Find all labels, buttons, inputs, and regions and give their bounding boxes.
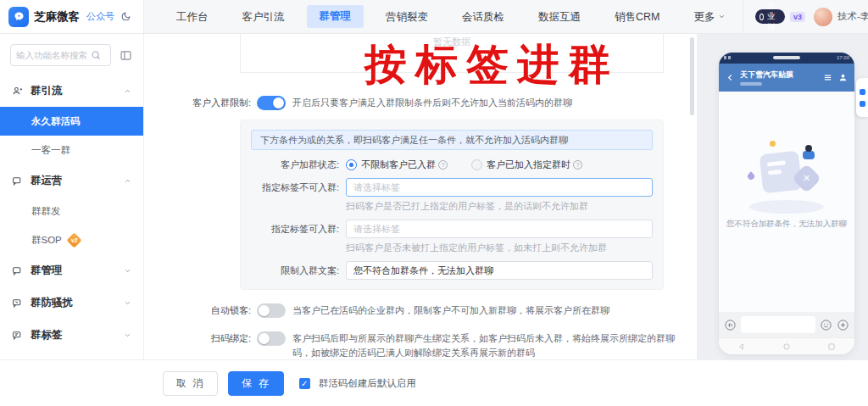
sidebar-search-row xyxy=(10,44,135,66)
plan-badge: 企业版 xyxy=(755,9,785,24)
empty-data-box: 暂无数据 xyxy=(240,34,664,73)
chevron-down-icon xyxy=(124,267,131,275)
user-plus-icon xyxy=(12,86,23,97)
main-content: 暂无数据 按标签进群 客户入群限制: 开启后只要客户满足入群限制条件后则不允许加… xyxy=(144,34,697,359)
sidebar-item-permanent-group-code[interactable]: 永久群活码 xyxy=(0,107,143,136)
scan-bind-toggle[interactable] xyxy=(257,331,286,346)
hamburger-menu-icon xyxy=(823,73,832,82)
radio-no-limit[interactable] xyxy=(346,159,357,170)
search-input[interactable] xyxy=(16,50,91,60)
sidebar-group-tags[interactable]: 群标签 xyxy=(0,319,143,351)
scrollbar-thumb[interactable] xyxy=(690,37,694,115)
theme-moon-icon[interactable] xyxy=(120,11,131,22)
radio-label: 客户已加入指定群时 xyxy=(487,159,570,171)
app-window: 芝麻微客 公众号 工作台 客户引流 群管理 营销裂变 会话质检 数据互通 销售C… xyxy=(0,0,868,406)
android-back-icon xyxy=(737,342,746,351)
helper-icon xyxy=(860,89,865,95)
topbar-user-area: 企业版 v3 技术-李... xyxy=(743,0,868,33)
search-box[interactable] xyxy=(10,44,111,66)
tag-allow-select-input[interactable] xyxy=(346,220,653,238)
field-label: 限制入群文案: xyxy=(251,264,339,277)
auto-lock-toggle[interactable] xyxy=(257,303,286,318)
limit-copy-row: 限制入群文案: xyxy=(251,261,653,280)
back-arrow-icon xyxy=(726,73,735,82)
helper-icon xyxy=(860,101,865,107)
group-title: 群管理 xyxy=(31,264,63,278)
sidebar-item-group-broadcast[interactable]: 群群发 xyxy=(0,197,143,225)
phone-status-bar: 17:00 xyxy=(719,53,854,64)
tag-block-select-input[interactable] xyxy=(346,178,653,197)
topbar: 芝麻微客 公众号 工作台 客户引流 群管理 营销裂变 会话质检 数据互通 销售C… xyxy=(0,0,868,34)
limit-copy-input[interactable] xyxy=(346,261,653,280)
sidebar-group-operation[interactable]: 群运营 xyxy=(0,164,143,197)
person-icon xyxy=(838,73,848,82)
question-circle-icon[interactable] xyxy=(573,160,582,170)
nav-sales-crm[interactable]: 销售CRM xyxy=(598,0,676,34)
nav-customer-acquisition[interactable]: 客户引流 xyxy=(225,0,302,34)
question-circle-icon[interactable] xyxy=(438,160,448,170)
customer-join-limit-row: 客户入群限制: 开启后只要客户满足入群限制条件后则不允许加入当前活码内的群聊 xyxy=(144,96,697,110)
android-home-icon xyxy=(782,342,791,351)
group-title: 群防骚扰 xyxy=(31,296,73,310)
nav-workbench[interactable]: 工作台 xyxy=(159,0,225,34)
nav-group-management[interactable]: 群管理 xyxy=(307,5,364,28)
nav-more[interactable]: 更多 xyxy=(676,0,743,34)
sidebar-item-one-customer-one-group[interactable]: 一客一群 xyxy=(0,136,143,164)
sidebar-group-anti-harassment[interactable]: 群防骚扰 xyxy=(0,286,143,319)
sidebar-collapse-icon[interactable] xyxy=(116,46,135,64)
status-time: 17:00 xyxy=(837,55,849,60)
official-account-link[interactable]: 公众号 xyxy=(86,10,114,23)
auto-lock-row: 自动锁客: 当客户已在活码的企业群内，限制客户不可加入新群聊，将展示客户所在群聊 xyxy=(144,303,697,318)
sidebar-item-group-sop[interactable]: 群SOP v2 xyxy=(0,225,143,254)
sidebar-group-management[interactable]: 群管理 xyxy=(0,254,143,286)
chat-subtitle-placeholder xyxy=(740,82,762,86)
nav-marketing-fission[interactable]: 营销裂变 xyxy=(369,0,445,34)
scan-bind-row: 扫码绑定: 客户扫码后即与所展示的群聊产生绑定关系，如客户扫码后未入群，将始终展… xyxy=(144,331,697,359)
signal-icon xyxy=(724,56,731,59)
empty-data-text: 暂无数据 xyxy=(433,36,470,48)
plus-circle-icon xyxy=(837,319,849,331)
footer-action-bar: 取 消 保 存 群活码创建后默认启用 xyxy=(0,359,868,406)
chat-title-wrap: 天下雪汽车贴膜 xyxy=(740,70,823,86)
default-enable-label: 群活码创建后默认启用 xyxy=(319,377,416,390)
not-eligible-illustration: ✕ xyxy=(743,141,831,214)
cancel-button[interactable]: 取 消 xyxy=(163,371,218,396)
field-description: 客户扫码后即与所展示的群聊产生绑定关系，如客户扫码后未入群，将始终展示所绑定的群… xyxy=(292,331,689,359)
default-enable-checkbox[interactable] xyxy=(299,378,310,389)
tag-allow-row: 指定标签可入群: xyxy=(251,220,653,238)
nav-data-interop[interactable]: 数据互通 xyxy=(521,0,598,34)
phone-chat-body: ✕ 您不符合加群条件，无法加入群聊 xyxy=(719,92,854,354)
android-recent-icon xyxy=(827,342,836,351)
join-limit-toggle[interactable] xyxy=(257,96,286,110)
chevron-down-icon xyxy=(124,299,131,307)
phone-preview: 17:00 天下雪汽车贴膜 xyxy=(719,53,854,354)
version-badge: v3 xyxy=(790,12,805,22)
brand-name: 芝麻微客 xyxy=(34,9,80,25)
limit-condition-panel: 下方条件为或的关系，即扫码客户满足任一条件，就不允许加入活码内群聊 客户加群状态… xyxy=(240,120,664,290)
chevron-down-icon xyxy=(124,331,131,339)
save-button[interactable]: 保 存 xyxy=(228,371,283,396)
chevron-down-icon xyxy=(718,13,726,20)
phone-android-nav xyxy=(719,337,854,354)
avatar[interactable] xyxy=(814,8,832,26)
field-label: 自动锁客: xyxy=(144,304,251,317)
sidebar-group-acquisition[interactable]: 群引流 xyxy=(0,75,143,107)
chat-header-icons xyxy=(823,73,848,82)
radio-specified-group[interactable] xyxy=(471,159,482,170)
chat-square-icon xyxy=(12,265,23,276)
nav-chat-inspection[interactable]: 会话质检 xyxy=(445,0,521,34)
tag-block-row: 指定标签不可入群: xyxy=(251,178,653,197)
phone-notch xyxy=(773,56,800,59)
field-label: 指定标签可入群: xyxy=(251,223,339,236)
v2-gem-badge-icon: v2 xyxy=(66,232,81,247)
helper-text: 扫码客户是否未被打上指定的用户标签，如未打上则不允许加群 xyxy=(346,242,653,254)
chat-bubble-icon xyxy=(12,175,23,186)
emoji-icon xyxy=(820,319,832,331)
search-icon xyxy=(91,50,101,60)
group-title: 群引流 xyxy=(31,84,63,98)
user-menu[interactable]: 技术-李... xyxy=(837,10,868,23)
chevron-up-icon xyxy=(124,177,131,185)
chevron-up-icon xyxy=(124,87,131,95)
chat-title: 天下雪汽车贴膜 xyxy=(740,70,823,81)
floating-helper-widget[interactable] xyxy=(856,78,868,117)
